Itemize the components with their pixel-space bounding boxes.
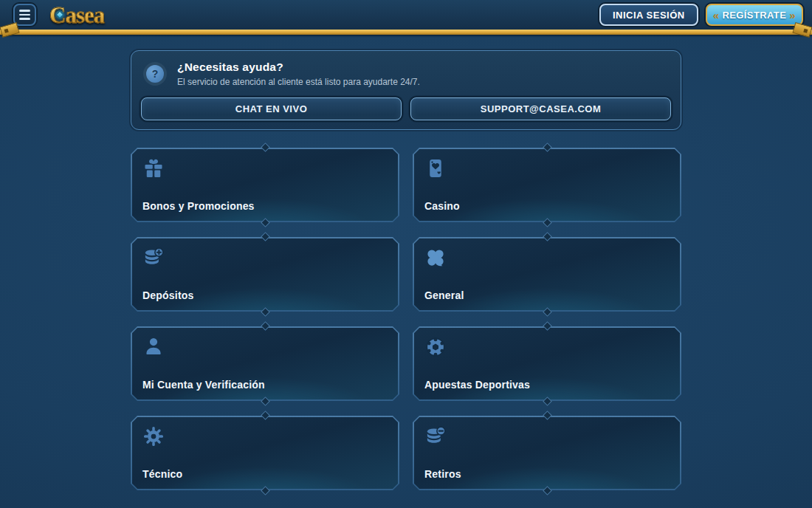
category-card-depositos[interactable]: Depósitos (131, 237, 399, 312)
register-button[interactable]: « REGÍSTRATE » (706, 4, 803, 26)
need-help-subtitle: El servicio de atención al cliente está … (177, 77, 420, 87)
live-chat-button[interactable]: CHAT EN VIVO (141, 97, 402, 120)
category-card-general[interactable]: General (413, 237, 681, 312)
category-grid: Bonos y Promociones Casino (131, 148, 681, 490)
register-button-label: REGÍSTRATE (722, 10, 786, 21)
soccer-ball-icon (424, 336, 447, 358)
category-label: Apuestas Deportivas (424, 379, 670, 391)
clover-icon (424, 247, 447, 269)
coins-minus-icon (424, 425, 447, 447)
gift-icon (142, 157, 165, 179)
category-label: Mi Cuenta y Verificación (142, 379, 388, 391)
category-card-bonos[interactable]: Bonos y Promociones (131, 148, 399, 222)
category-label: Casino (424, 200, 670, 212)
coins-plus-icon (142, 247, 165, 269)
category-label: Retiros (424, 468, 670, 480)
need-help-title: ¿Necesitas ayuda? (177, 61, 420, 74)
support-email-button[interactable]: SUPPORT@CASEA.COM (410, 97, 671, 120)
need-help-panel: ? ¿Necesitas ayuda? El servicio de atenc… (131, 50, 681, 130)
category-card-apuestas[interactable]: Apuestas Deportivas (413, 326, 681, 401)
register-chevron-right-icon: » (789, 9, 796, 21)
user-icon (142, 336, 165, 358)
category-label: General (424, 289, 670, 301)
category-label: Técnico (142, 468, 388, 480)
category-label: Bonos y Promociones (142, 200, 388, 212)
question-icon: ? (143, 62, 167, 86)
category-card-retiros[interactable]: Retiros (413, 416, 681, 490)
help-center-page: ? ¿Necesitas ayuda? El servicio de atenc… (131, 50, 681, 490)
need-help-texts: ¿Necesitas ayuda? El servicio de atenció… (177, 61, 420, 87)
category-card-casino[interactable]: Casino (413, 148, 681, 222)
gold-divider (0, 30, 812, 35)
playing-card-icon (424, 157, 447, 179)
gear-icon (142, 425, 165, 447)
category-label: Depósitos (142, 289, 388, 301)
need-help-actions: CHAT EN VIVO SUPPORT@CASEA.COM (141, 97, 671, 120)
top-bar: Casea INICIA SESIÓN « REGÍSTRATE » (0, 0, 812, 30)
register-chevron-left-icon: « (713, 9, 720, 21)
brand-logo[interactable]: Casea (49, 4, 104, 27)
category-card-cuenta[interactable]: Mi Cuenta y Verificación (131, 326, 399, 401)
category-card-tecnico[interactable]: Técnico (131, 416, 399, 490)
login-button[interactable]: INICIA SESIÓN (599, 4, 698, 26)
need-help-header: ? ¿Necesitas ayuda? El servicio de atenc… (141, 61, 671, 87)
question-glyph: ? (146, 65, 164, 83)
